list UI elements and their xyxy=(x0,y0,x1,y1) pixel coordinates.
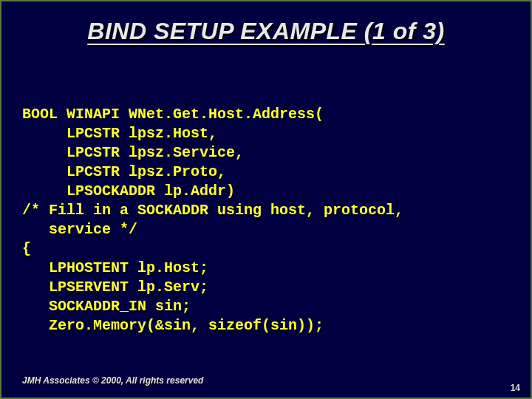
slide: BIND SETUP EXAMPLE (1 of 3) BOOL WINAPI … xyxy=(0,0,532,399)
code-block: BOOL WINAPI WNet.Get.Host.Address( LPCST… xyxy=(22,105,510,335)
slide-title: BIND SETUP EXAMPLE (1 of 3) xyxy=(1,1,531,45)
slide-footer: JMH Associates © 2000, All rights reserv… xyxy=(22,375,203,386)
page-number: 14 xyxy=(511,383,520,393)
